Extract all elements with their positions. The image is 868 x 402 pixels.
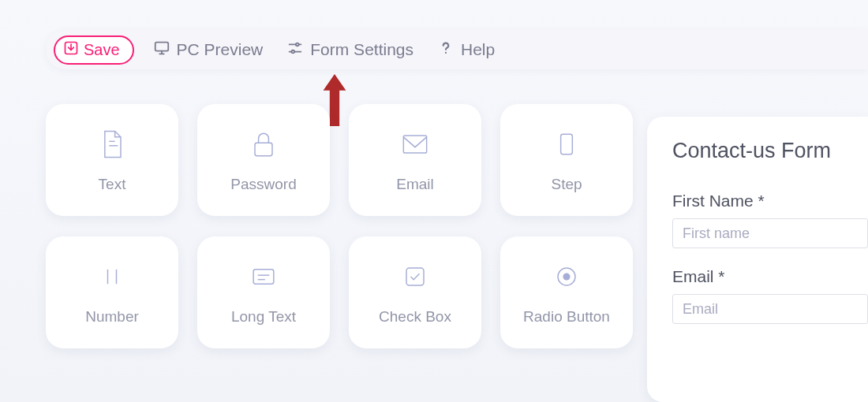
svg-rect-6 — [403, 136, 426, 153]
longtext-icon — [246, 259, 281, 297]
svg-point-2 — [296, 43, 299, 46]
pc-preview-label: PC Preview — [177, 40, 264, 59]
svg-rect-5 — [255, 143, 272, 156]
lock-icon — [246, 127, 281, 165]
form-preview-panel: Contact-us Form First Name * First name … — [647, 117, 868, 402]
help-label: Help — [461, 40, 495, 59]
palette-item-step[interactable]: Step — [500, 104, 633, 216]
firstname-placeholder: First name — [683, 225, 750, 242]
palette-item-checkbox[interactable]: Check Box — [349, 236, 481, 348]
palette-item-longtext[interactable]: Long Text — [197, 236, 330, 348]
field-label-firstname: First Name * — [672, 192, 868, 210]
palette-label: Radio Button — [523, 308, 610, 326]
save-icon — [63, 40, 79, 60]
palette-label: Password — [230, 176, 296, 193]
toolbar: Save PC Preview Form Settings Help — [46, 30, 868, 69]
document-icon — [95, 127, 129, 165]
palette-item-email[interactable]: Email — [349, 104, 481, 216]
svg-point-3 — [292, 50, 295, 53]
checkbox-icon — [398, 259, 432, 297]
palette-item-radio[interactable]: Radio Button — [500, 236, 633, 348]
radio-icon — [549, 259, 584, 297]
save-button[interactable]: Save — [54, 35, 134, 65]
email-input[interactable]: Email — [672, 294, 868, 324]
form-settings-button[interactable]: Form Settings — [282, 36, 418, 64]
field-label-email: Email * — [672, 267, 868, 286]
form-title: Contact-us Form — [672, 139, 868, 163]
help-button[interactable]: Help — [432, 36, 499, 64]
svg-rect-8 — [253, 270, 274, 284]
pc-preview-button[interactable]: PC Preview — [148, 36, 268, 64]
question-icon — [437, 39, 455, 61]
palette-label: Long Text — [231, 308, 296, 326]
palette-item-number[interactable]: Number — [46, 236, 178, 348]
svg-point-11 — [563, 273, 570, 280]
monitor-icon — [153, 39, 170, 61]
field-palette: Text Password Email Step Number Long Tex… — [46, 104, 630, 348]
email-placeholder: Email — [683, 301, 718, 318]
firstname-input[interactable]: First name — [672, 218, 868, 248]
palette-item-password[interactable]: Password — [197, 104, 330, 216]
palette-label: Email — [396, 176, 434, 193]
palette-label: Text — [99, 176, 126, 193]
palette-item-text[interactable]: Text — [46, 104, 178, 216]
svg-rect-7 — [561, 134, 573, 154]
palette-label: Step — [551, 176, 582, 193]
form-settings-label: Form Settings — [310, 40, 413, 59]
palette-label: Number — [85, 308, 139, 326]
svg-rect-9 — [406, 268, 424, 285]
step-icon — [549, 127, 584, 165]
svg-point-4 — [445, 51, 447, 53]
palette-label: Check Box — [379, 308, 451, 326]
save-label: Save — [84, 41, 120, 59]
number-icon — [95, 259, 129, 297]
envelope-icon — [398, 127, 432, 165]
svg-rect-1 — [155, 42, 168, 50]
sliders-icon — [286, 39, 304, 61]
